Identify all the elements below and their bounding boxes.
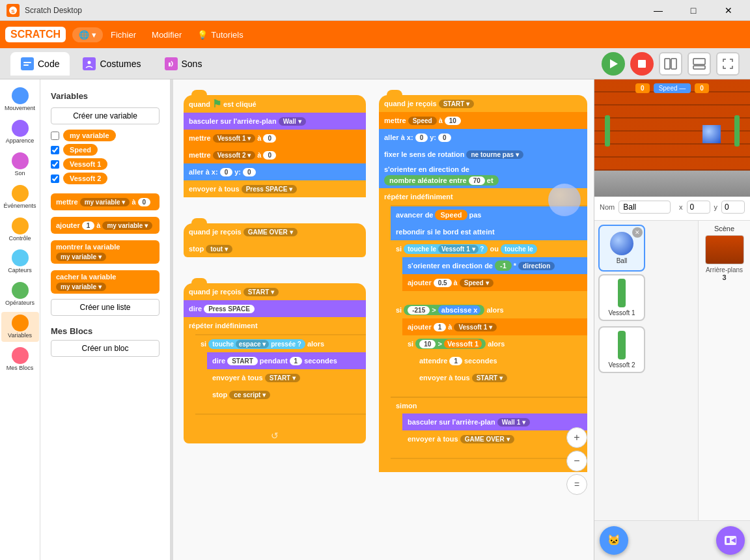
- if-abscisse-block[interactable]: si -215 > abscisse x alors: [391, 301, 587, 458]
- when-start-receive-block[interactable]: quand je reçois START ▾: [184, 283, 366, 300]
- vessoft1-icon: [618, 279, 626, 307]
- set-vessoft2-block[interactable]: mettre Vessoft 2 ▾ à 0: [184, 147, 366, 163]
- scene-thumb[interactable]: [705, 235, 744, 264]
- tab-costumes[interactable]: Costumes: [72, 52, 151, 76]
- maximize-button[interactable]: □: [678, 0, 708, 21]
- var-check-vessoft2[interactable]: [51, 175, 59, 183]
- create-block-button[interactable]: Créer un bloc: [51, 340, 160, 357]
- layout-btn-2[interactable]: [688, 52, 711, 76]
- stop-all-block[interactable]: stop tout ▾: [184, 240, 366, 257]
- sidebar-item-capteurs[interactable]: Capteurs: [1, 247, 39, 277]
- variables-label: Variables: [8, 333, 32, 339]
- hide-var-block[interactable]: cacher la variable my variable ▾: [51, 270, 160, 294]
- mes-blocs-label: Mes Blocs: [7, 365, 34, 372]
- when-game-over-block[interactable]: quand je reçois GAME OVER ▾: [184, 223, 366, 240]
- fullscreen-button[interactable]: [716, 52, 740, 76]
- stop-button[interactable]: [630, 52, 654, 76]
- apparence-dot: [12, 120, 29, 137]
- go-to-xy-block[interactable]: aller à x: 0 y: 0: [184, 163, 366, 180]
- set-speed-10-block[interactable]: mettre Speed à 10: [379, 112, 587, 129]
- sprite-name-input[interactable]: [618, 201, 671, 214]
- language-button[interactable]: 🌐 ▾: [72, 27, 103, 42]
- fichier-menu[interactable]: Fichier: [103, 27, 144, 42]
- son-dot: [12, 152, 29, 169]
- son-label: Son: [14, 171, 25, 177]
- mes-blocs-dot: [12, 347, 29, 364]
- var-chip-speed[interactable]: Speed: [63, 144, 98, 156]
- svg-rect-10: [693, 59, 705, 64]
- switch-backdrop-wall-block[interactable]: basculer sur l'arrière-plan Wall ▾: [184, 113, 366, 130]
- repeat-forever-block[interactable]: répéter indéfiniment si touche espace ▾ …: [184, 317, 366, 428]
- set-var-block[interactable]: mettre my variable ▾ à 0: [51, 193, 160, 210]
- operateurs-dot: [12, 282, 29, 299]
- modifier-menu[interactable]: Modifier: [144, 27, 189, 42]
- add-scene-button[interactable]: [716, 526, 745, 555]
- var-chip-vessoft1[interactable]: Vessoft 1: [63, 158, 107, 170]
- sidebar-item-apparence[interactable]: Apparence: [1, 117, 39, 147]
- when-flag-clicked-block[interactable]: quand ⚑ est cliqué: [184, 95, 366, 113]
- abscisse-body: ajouter 1 à Vessoft 1 ▾ si: [402, 318, 587, 397]
- tutoriels-menu[interactable]: 💡 Tutoriels: [189, 27, 251, 42]
- script-game-over: quand je reçois GAME OVER ▾ stop tout ▾: [184, 218, 366, 257]
- code-area[interactable]: quand ⚑ est cliqué basculer sur l'arrièr…: [173, 79, 594, 560]
- if-touch-vessoft-block[interactable]: si touche le Vessoft 1 ▾ ? ou touche le …: [391, 240, 587, 301]
- green-flag-button[interactable]: [602, 52, 625, 76]
- sprite-ball-delete[interactable]: ✕: [632, 227, 643, 238]
- sprite-vessoft1-thumb[interactable]: Vessoft 1: [598, 274, 645, 321]
- backdrop-count-label: Arrière-plans: [706, 266, 743, 273]
- if-space-block[interactable]: si touche espace ▾ pressée ? alors dire …: [195, 335, 366, 413]
- ball-decoration: [548, 184, 581, 216]
- svg-rect-8: [665, 59, 670, 69]
- var-chip-myvariable[interactable]: my variable: [63, 130, 116, 141]
- var-check-vessoft1[interactable]: [51, 160, 59, 169]
- sidebar-item-mes-blocs[interactable]: Mes Blocs: [1, 344, 39, 374]
- script-green-flag: quand ⚑ est cliqué basculer sur l'arrièr…: [184, 90, 366, 197]
- show-var-block[interactable]: montrer la variable my variable ▾: [51, 240, 160, 264]
- sidebar-item-mouvement[interactable]: Mouvement: [1, 85, 39, 115]
- bottom-action-buttons: 🐱: [594, 520, 750, 560]
- sprite-y-input[interactable]: [721, 201, 745, 214]
- add-sprite-button[interactable]: 🐱: [600, 526, 628, 555]
- svg-rect-3: [23, 64, 29, 66]
- say-press-space-block[interactable]: dire Press SPACE: [184, 300, 366, 317]
- sidebar-item-controle[interactable]: Contrôle: [1, 215, 39, 245]
- nested-if-block[interactable]: si 10 > Vessoft 1 alors: [402, 335, 587, 397]
- tab-sons[interactable]: Sons: [154, 52, 213, 76]
- zoom-in-button[interactable]: +: [566, 427, 587, 448]
- set-rotation-style-block[interactable]: fixer le sens de rotation ne tourne pas …: [379, 146, 587, 163]
- scratch-logo[interactable]: SCRATCH: [5, 27, 66, 42]
- layout-btn-1[interactable]: [659, 52, 682, 76]
- zoom-out-button[interactable]: −: [566, 451, 587, 471]
- sprite-vessoft2-thumb[interactable]: Vessoft 2: [598, 326, 645, 373]
- close-button[interactable]: ✕: [714, 0, 743, 21]
- globe-icon: 🌐: [79, 30, 89, 40]
- set-vessoft1-block[interactable]: mettre Vessoft 1 ▾ à 0: [184, 130, 366, 147]
- tab-sons-label: Sons: [182, 59, 202, 69]
- window-controls: — □ ✕: [643, 0, 743, 21]
- sidebar-item-evenements[interactable]: Événements: [1, 182, 39, 212]
- sidebar-item-variables[interactable]: Variables: [1, 312, 39, 342]
- zoom-reset-button[interactable]: =: [566, 474, 587, 495]
- go-to-0-0-block[interactable]: aller à x: 0 y: 0: [379, 129, 587, 146]
- minimize-button[interactable]: —: [643, 0, 673, 21]
- scripts-column-2: quand je reçois START ▾ mettre Speed à 1…: [379, 90, 587, 483]
- ball-forever-loop[interactable]: répéter indéfiniment avancer de Speed pa…: [379, 188, 587, 472]
- svg-text:🐱: 🐱: [607, 534, 620, 546]
- apparence-label: Apparence: [6, 138, 35, 145]
- add-var-block[interactable]: ajouter 1 à my variable ▾: [51, 217, 160, 234]
- capteurs-label: Capteurs: [8, 268, 32, 274]
- create-list-button[interactable]: Créer une liste: [51, 299, 160, 316]
- scenes-panel: Scène Arrière-plans 3: [698, 221, 750, 520]
- var-chip-vessoft2[interactable]: Vessoft 2: [63, 173, 107, 184]
- sprite-ball-thumb[interactable]: Ball ✕: [598, 225, 645, 272]
- create-variable-button[interactable]: Créer une variable: [51, 107, 160, 124]
- sprite-x-input[interactable]: [687, 201, 710, 214]
- sidebar-item-operateurs[interactable]: Opérateurs: [1, 279, 39, 309]
- sidebar-item-son[interactable]: Son: [1, 150, 39, 180]
- var-check-myvariable[interactable]: [51, 132, 59, 140]
- when-receive-start-ball[interactable]: quand je reçois START ▾: [379, 95, 587, 112]
- var-check-speed[interactable]: [51, 146, 59, 154]
- tab-code[interactable]: Code: [10, 52, 70, 76]
- tab-actions: [602, 52, 740, 76]
- broadcast-press-space-block[interactable]: envoyer à tous Press SPACE ▾: [184, 180, 366, 197]
